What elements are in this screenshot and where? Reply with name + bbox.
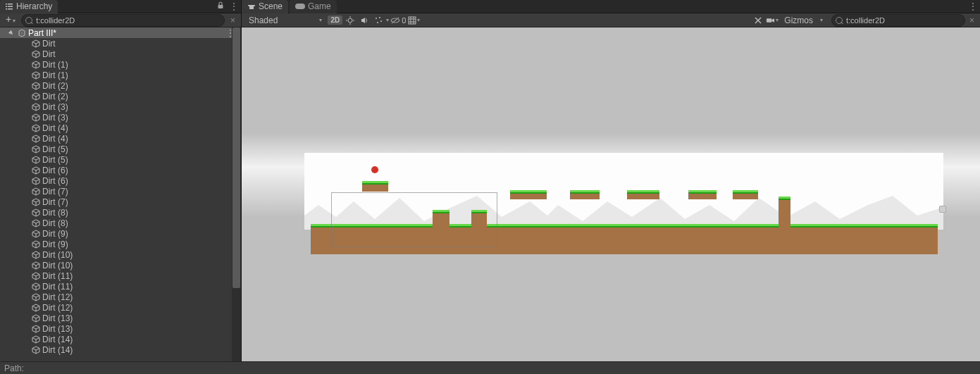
hierarchy-toolbar: +▾ × (0, 13, 241, 27)
hierarchy-item-label: Dirt (1) (42, 70, 68, 80)
tab-game[interactable]: Game (290, 0, 337, 13)
scene-search-input[interactable] (831, 14, 965, 27)
hierarchy-item[interactable]: Dirt (9) (0, 239, 241, 249)
hierarchy-item-label: Dirt (14) (42, 335, 73, 344)
hierarchy-item[interactable]: Dirt (14) (0, 334, 241, 344)
foldout-icon[interactable] (8, 30, 15, 36)
hierarchy-item[interactable]: Dirt (3) (0, 112, 241, 123)
hierarchy-item[interactable]: Dirt (0, 49, 241, 59)
hierarchy-item[interactable]: Dirt (1) (0, 70, 241, 80)
shading-mode-label: Shaded (249, 15, 278, 25)
hierarchy-item-label: Dirt (42, 39, 56, 49)
selection-handle[interactable] (939, 206, 946, 213)
gameobject-icon (31, 144, 41, 154)
hierarchy-item[interactable]: Dirt (8) (0, 207, 241, 218)
hierarchy-item[interactable]: Dirt (4) (0, 133, 241, 144)
gameobject-icon (31, 166, 41, 175)
hierarchy-item[interactable]: Dirt (12) (0, 302, 241, 313)
hierarchy-item[interactable]: Dirt (6) (0, 165, 241, 175)
camera-icon[interactable]: ▾ (766, 14, 779, 27)
gameobject-icon (31, 313, 41, 323)
gameobject-icon (31, 218, 41, 228)
path-label: Path: (4, 363, 24, 373)
fx-icon[interactable] (372, 14, 385, 27)
toggle-2d[interactable]: 2D (328, 15, 342, 25)
gizmos-dropdown[interactable]: Gizmos▾ (780, 14, 827, 27)
gameobject-icon (31, 324, 41, 334)
hidden-dropdown[interactable]: 0 (390, 16, 406, 25)
hierarchy-panel: Hierarchy ⋮ +▾ × Part III*⋮DirtDirtDirt … (0, 0, 242, 361)
svg-point-15 (376, 18, 377, 19)
hierarchy-item-label: Dirt (14) (42, 345, 73, 355)
scrollbar-track[interactable] (232, 27, 241, 361)
hierarchy-item-label: Dirt (4) (42, 134, 68, 144)
gameobject-icon (31, 60, 41, 70)
hierarchy-item[interactable]: Dirt (0, 38, 241, 49)
hierarchy-item[interactable]: Dirt (14) (0, 344, 241, 355)
float-1 (362, 181, 388, 192)
hierarchy-tree: Part III*⋮DirtDirtDirt (1)Dirt (1)Dirt (… (0, 27, 241, 361)
hierarchy-item[interactable]: Dirt (1) (0, 59, 241, 70)
svg-point-10 (348, 18, 352, 23)
hierarchy-item[interactable]: Dirt (6) (0, 175, 241, 186)
shading-mode-dropdown[interactable]: Shaded▾ (244, 14, 326, 27)
gameobject-icon (31, 123, 41, 133)
pillar-3 (779, 197, 790, 228)
hierarchy-item[interactable]: Dirt (9) (0, 228, 241, 239)
hierarchy-tab-label: Hierarchy (16, 1, 52, 11)
hierarchy-item[interactable]: Dirt (2) (0, 80, 241, 91)
hierarchy-search-input[interactable] (21, 14, 225, 27)
clear-search-icon[interactable]: × (228, 15, 238, 25)
tools-icon[interactable] (752, 14, 764, 27)
scene-root[interactable]: Part III*⋮ (0, 27, 241, 38)
tab-scene-label: Scene (259, 1, 283, 11)
svg-rect-3 (8, 6, 13, 8)
hierarchy-item[interactable]: Dirt (10) (0, 260, 241, 270)
selection-outline (331, 192, 497, 247)
hierarchy-item-label: Dirt (6) (42, 176, 68, 186)
svg-rect-5 (8, 8, 13, 10)
hierarchy-item[interactable]: Dirt (5) (0, 154, 241, 165)
hierarchy-item[interactable]: Dirt (12) (0, 292, 241, 302)
gameobject-icon (31, 176, 41, 186)
game-icon (295, 3, 305, 10)
hierarchy-item[interactable]: Dirt (7) (0, 186, 241, 197)
scene-panel-menu-icon[interactable]: ⋮ (966, 1, 980, 11)
panel-menu-icon[interactable]: ⋮ (227, 1, 241, 11)
hierarchy-item[interactable]: Dirt (13) (0, 323, 241, 334)
hierarchy-item[interactable]: Dirt (10) (0, 249, 241, 260)
hierarchy-item[interactable]: Dirt (3) (0, 101, 241, 112)
scene-clear-search-icon[interactable]: × (967, 15, 977, 25)
hierarchy-item[interactable]: Dirt (7) (0, 197, 241, 207)
scene-viewport[interactable] (242, 27, 980, 361)
svg-rect-1 (8, 4, 13, 5)
hierarchy-item[interactable]: Dirt (4) (0, 123, 241, 133)
hierarchy-search[interactable] (21, 14, 225, 27)
hierarchy-item[interactable]: Dirt (8) (0, 218, 241, 228)
gameobject-icon (31, 229, 41, 239)
hierarchy-tab[interactable]: Hierarchy (0, 0, 58, 13)
hierarchy-item[interactable]: Dirt (2) (0, 91, 241, 101)
tab-scene[interactable]: Scene (242, 0, 288, 13)
svg-rect-6 (218, 5, 223, 8)
lighting-icon[interactable] (344, 14, 356, 27)
create-dropdown[interactable]: +▾ (3, 14, 18, 26)
svg-point-17 (380, 20, 382, 22)
scene-search[interactable] (831, 14, 965, 27)
hierarchy-item[interactable]: Dirt (5) (0, 144, 241, 154)
grid-icon[interactable]: ▾ (407, 14, 420, 27)
hierarchy-item[interactable]: Dirt (13) (0, 313, 241, 323)
hierarchy-item[interactable]: Dirt (11) (0, 270, 241, 281)
audio-icon[interactable] (358, 14, 371, 27)
scrollbar-thumb[interactable] (232, 27, 240, 288)
scene-root-label: Part III* (28, 28, 56, 38)
hierarchy-item-label: Dirt (6) (42, 166, 68, 175)
hierarchy-item[interactable]: Dirt (11) (0, 281, 241, 292)
gameobject-icon (31, 208, 41, 218)
gameobject-icon (31, 39, 41, 49)
lock-icon[interactable] (214, 1, 227, 11)
hierarchy-item-label: Dirt (12) (42, 303, 73, 313)
hierarchy-item-label: Dirt (2) (42, 92, 68, 101)
svg-rect-20 (409, 17, 416, 24)
gameobject-icon (31, 155, 41, 165)
